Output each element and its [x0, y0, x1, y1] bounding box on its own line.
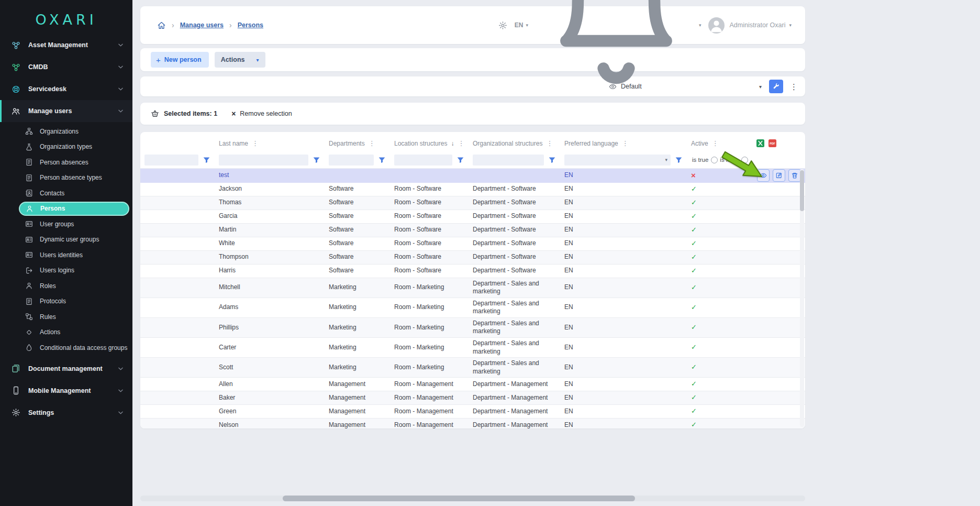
- table-row-martin[interactable]: MartinSoftwareRoom - SoftwareDepartment …: [140, 224, 805, 237]
- sidebar-item-roles[interactable]: Roles: [0, 278, 132, 294]
- export-pdf-icon[interactable]: PDF: [768, 139, 777, 148]
- table-row-carter[interactable]: CarterMarketingRoom - MarketingDepartmen…: [140, 338, 805, 358]
- new-person-button[interactable]: +New person: [151, 52, 209, 68]
- active-check-icon: ✓: [691, 323, 697, 332]
- table-row-harris[interactable]: HarrisSoftwareRoom - SoftwareDepartment …: [140, 265, 805, 278]
- breadcrumb-persons[interactable]: Persons: [238, 21, 263, 29]
- home-icon[interactable]: [157, 21, 166, 30]
- organizational-structures-filter-input[interactable]: [473, 155, 544, 166]
- column-menu-kebab-icon[interactable]: ⋮: [369, 140, 375, 147]
- table-row-thomas[interactable]: ThomasSoftwareRoom - SoftwareDepartment …: [140, 196, 805, 210]
- filter-funnel-icon[interactable]: [313, 156, 320, 164]
- column-menu-kebab-icon[interactable]: ⋮: [252, 140, 259, 147]
- sidebar-item-conditional-data-access-groups[interactable]: Conditional data access groups: [0, 340, 132, 356]
- chevron-down-icon: [118, 87, 123, 91]
- active-cell: ✓: [687, 278, 754, 298]
- column-header-departments[interactable]: Departments⋮: [325, 135, 390, 151]
- table-row-test[interactable]: testEN×: [140, 169, 805, 183]
- scrollbar-thumb[interactable]: [283, 496, 635, 501]
- sidebar-item-contacts[interactable]: Contacts: [0, 185, 132, 201]
- sidebar-item-organization-types[interactable]: Organization types: [0, 139, 132, 155]
- sidebar-item-settings[interactable]: Settings: [0, 402, 132, 424]
- filter-funnel-icon[interactable]: [456, 156, 464, 164]
- sidebar-item-person-absence-types[interactable]: Person absence types: [0, 170, 132, 186]
- sidebar-item-manage-users[interactable]: Manage users: [0, 100, 132, 122]
- column-menu-kebab-icon[interactable]: ⋮: [712, 140, 719, 147]
- table-row-phillips[interactable]: PhillipsMarketingRoom - MarketingDepartm…: [140, 318, 805, 338]
- column-menu-kebab-icon[interactable]: ⋮: [546, 140, 553, 147]
- row-edit-button[interactable]: [773, 169, 785, 182]
- configure-view-button[interactable]: [769, 80, 783, 93]
- departments-filter-input[interactable]: [329, 155, 374, 166]
- sort-descending-icon[interactable]: ↓: [451, 140, 454, 147]
- sidebar-item-mobile-management[interactable]: Mobile Management: [0, 380, 132, 402]
- radio-circle-icon: [741, 157, 748, 163]
- last-name-filter-input[interactable]: [219, 155, 308, 166]
- sidebar-item-actions[interactable]: Actions: [0, 325, 132, 340]
- sidebar-item-protocols[interactable]: Protocols: [0, 294, 132, 310]
- row-select-cell: [140, 237, 215, 250]
- column-menu-kebab-icon[interactable]: ⋮: [622, 140, 629, 147]
- breadcrumb-manage-users[interactable]: Manage users: [180, 21, 224, 29]
- user-avatar[interactable]: [708, 17, 725, 34]
- table-row-jackson[interactable]: JacksonSoftwareRoom - SoftwareDepartment…: [140, 183, 805, 196]
- sidebar-item-cmdb[interactable]: CMDB: [0, 56, 132, 78]
- sidebar-item-user-groups[interactable]: User groups: [0, 216, 132, 232]
- table-row-white[interactable]: WhiteSoftwareRoom - SoftwareDepartment -…: [140, 237, 805, 251]
- filter-funnel-icon[interactable]: [675, 156, 683, 164]
- sidebar-item-users-identities[interactable]: Users identities: [0, 247, 132, 263]
- sidebar-item-document-management[interactable]: Document management: [0, 358, 132, 380]
- location-structures-cell: Room - Management: [390, 391, 469, 404]
- column-header-last-name[interactable]: Last name⋮: [215, 135, 325, 151]
- table-row-baker[interactable]: BakerManagementRoom - ManagementDepartme…: [140, 391, 805, 405]
- export-excel-icon[interactable]: [756, 139, 765, 148]
- remove-selection-button[interactable]: Remove selection: [240, 110, 292, 117]
- table-row-scott[interactable]: ScottMarketingRoom - MarketingDepartment…: [140, 358, 805, 378]
- active-is-false-radio[interactable]: is false: [720, 157, 748, 163]
- table-row-green[interactable]: GreenManagementRoom - ManagementDepartme…: [140, 405, 805, 419]
- row-delete-button[interactable]: [788, 169, 801, 182]
- preferred-language-filter-select[interactable]: ▾: [564, 155, 671, 166]
- settings-gear-icon[interactable]: [498, 21, 507, 30]
- location-structures-filter-input[interactable]: [394, 155, 452, 166]
- filter-funnel-icon[interactable]: [548, 156, 556, 164]
- view-menu-kebab-icon[interactable]: ⋮: [790, 83, 798, 91]
- filter-funnel-icon[interactable]: [378, 156, 386, 164]
- sidebar-item-organizations[interactable]: Organizations: [0, 124, 132, 139]
- filter-funnel-icon[interactable]: [203, 156, 210, 164]
- user-menu[interactable]: Administrator Oxari: [729, 21, 785, 29]
- column-menu-kebab-icon[interactable]: ⋮: [458, 140, 464, 147]
- table-row-thompson[interactable]: ThompsonSoftwareRoom - SoftwareDepartmen…: [140, 251, 805, 265]
- actions-dropdown-button[interactable]: Actions▾: [215, 52, 265, 68]
- column-header-location-structures[interactable]: Location structures↓⋮: [390, 135, 469, 151]
- table-row-allen[interactable]: AllenManagementRoom - ManagementDepartme…: [140, 378, 805, 391]
- active-is-true-radio[interactable]: is true: [692, 157, 718, 163]
- column-header-organizational-structures[interactable]: Organizational structures⋮: [469, 135, 560, 151]
- chevron-down-icon[interactable]: ▾: [699, 23, 701, 28]
- table-row-adams[interactable]: AdamsMarketingRoom - MarketingDepartment…: [140, 298, 805, 318]
- row-select-cell: [140, 169, 215, 182]
- sidebar-item-users-logins[interactable]: Users logins: [0, 263, 132, 279]
- scrollbar-thumb[interactable]: [800, 170, 804, 211]
- sidebar-item-asset-management[interactable]: Asset Management: [0, 34, 132, 56]
- select-filter-input[interactable]: [144, 155, 198, 166]
- column-header-preferred-language[interactable]: Preferred language⋮: [560, 135, 687, 151]
- remove-selection-x-icon[interactable]: ×: [231, 110, 236, 117]
- sidebar-item-dynamic-user-groups[interactable]: Dynamic user groups: [0, 232, 132, 248]
- language-selector[interactable]: EN▾: [515, 21, 528, 29]
- table-row-nelson[interactable]: NelsonManagementRoom - ManagementDepartm…: [140, 419, 805, 428]
- table-row-garcia[interactable]: GarciaSoftwareRoom - SoftwareDepartment …: [140, 210, 805, 224]
- column-header-active[interactable]: Active⋮: [687, 135, 754, 151]
- sidebar-item-persons[interactable]: Persons: [19, 202, 129, 216]
- chevron-down-icon: [118, 65, 123, 69]
- row-view-button[interactable]: [757, 169, 770, 182]
- notifications-button[interactable]: 0: [538, 0, 695, 104]
- horizontal-scrollbar[interactable]: [140, 496, 805, 501]
- sidebar-item-person-absences[interactable]: Person absences: [0, 155, 132, 170]
- table-row-mitchell[interactable]: MitchellMarketingRoom - MarketingDepartm…: [140, 278, 805, 298]
- breadcrumb-separator: ›: [172, 21, 174, 29]
- chevron-down-icon[interactable]: ▾: [789, 23, 792, 28]
- table-vertical-scrollbar[interactable]: [800, 169, 804, 427]
- sidebar-item-servicedesk[interactable]: Servicedesk: [0, 78, 132, 100]
- sidebar-item-rules[interactable]: Rules: [0, 309, 132, 325]
